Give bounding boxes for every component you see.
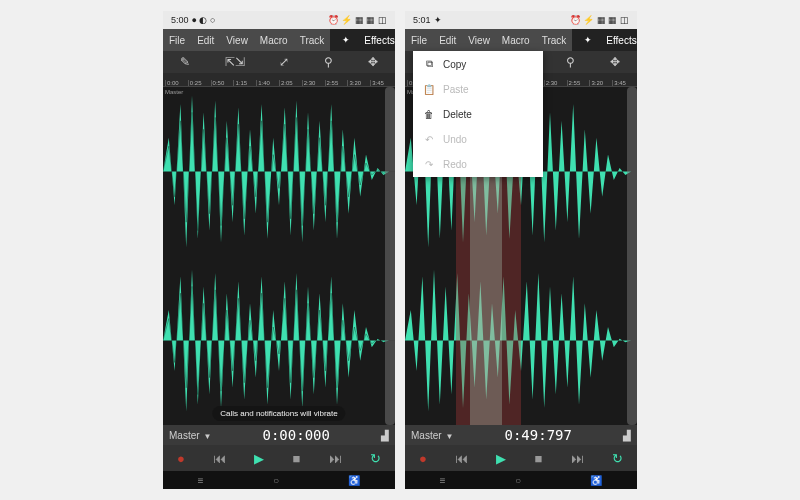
redo-icon: ↷ <box>423 159 435 170</box>
stop-button[interactable]: ■ <box>293 451 301 466</box>
menu-file[interactable]: File <box>405 35 433 46</box>
move-icon[interactable]: ✥ <box>360 55 386 69</box>
menu-effects[interactable]: ✦Effects <box>330 29 395 51</box>
waveform-channel-bottom <box>163 256 395 425</box>
phone-left: 5:00 ● ◐ ○ ⏰ ⚡ ▦ ▦ ◫ File Edit View Macr… <box>163 11 395 489</box>
histogram-icon[interactable]: ▟ <box>623 430 631 441</box>
loop-button[interactable]: ↻ <box>370 451 381 466</box>
loop-button[interactable]: ↻ <box>612 451 623 466</box>
android-nav-bar: ≡ ○ ♿ <box>163 471 395 489</box>
next-button[interactable]: ⏭ <box>571 451 584 466</box>
nav-home-icon[interactable]: ○ <box>273 475 279 486</box>
menu-bar: File Edit View Macro Track ✦Effects <box>163 29 395 51</box>
menu-file[interactable]: File <box>163 35 191 46</box>
context-delete[interactable]: 🗑Delete <box>413 102 543 127</box>
zoom-out-icon[interactable]: ⤢ <box>271 55 297 69</box>
status-bar: 5:01 ✦ ⏰ ⚡ ▦ ▦ ◫ <box>405 11 637 29</box>
status-bar: 5:00 ● ◐ ○ ⏰ ⚡ ▦ ▦ ◫ <box>163 11 395 29</box>
track-selector[interactable]: Master▼ <box>411 430 453 441</box>
track-label: Master <box>165 89 183 95</box>
zoom-icon[interactable]: ⚲ <box>316 55 341 69</box>
move-icon[interactable]: ✥ <box>602 55 628 69</box>
nav-back-icon[interactable]: ≡ <box>198 475 204 486</box>
vertical-scrollbar[interactable] <box>385 87 395 425</box>
vertical-scrollbar[interactable] <box>627 87 637 425</box>
prev-button[interactable]: ⏮ <box>213 451 226 466</box>
menu-track[interactable]: Track <box>294 35 331 46</box>
status-time: 5:01 <box>413 15 431 25</box>
bottom-info-bar: Master▼ 0:49:797 ▟ <box>405 425 637 445</box>
context-copy[interactable]: ⧉Copy <box>413 51 543 77</box>
status-icons-left: ● ◐ ○ <box>192 15 216 25</box>
record-button[interactable]: ● <box>177 451 185 466</box>
context-paste[interactable]: 📋Paste <box>413 77 543 102</box>
copy-icon: ⧉ <box>423 58 435 70</box>
vibrate-toast: Calls and notifications will vibrate <box>212 406 345 421</box>
status-icons-left: ✦ <box>434 15 442 25</box>
menu-bar: File Edit View Macro Track ✦Effects <box>405 29 637 51</box>
play-button[interactable]: ▶ <box>496 451 506 466</box>
bottom-info-bar: Master▼ 0:00:000 ▟ <box>163 425 395 445</box>
stop-button[interactable]: ■ <box>535 451 543 466</box>
pencil-icon[interactable]: ✎ <box>172 55 198 69</box>
waveform-channel-top <box>163 87 395 256</box>
play-button[interactable]: ▶ <box>254 451 264 466</box>
wand-icon: ✦ <box>336 35 356 45</box>
status-time: 5:00 <box>171 15 189 25</box>
nav-home-icon[interactable]: ○ <box>515 475 521 486</box>
undo-icon: ↶ <box>423 134 435 145</box>
nav-recent-icon[interactable]: ♿ <box>590 475 602 486</box>
context-undo[interactable]: ↶Undo <box>413 127 543 152</box>
tool-row: ✎ ⇱⇲ ⤢ ⚲ ✥ <box>163 51 395 73</box>
nav-back-icon[interactable]: ≡ <box>440 475 446 486</box>
histogram-icon[interactable]: ▟ <box>381 430 389 441</box>
transport-bar: ● ⏮ ▶ ■ ⏭ ↻ <box>405 445 637 471</box>
chevron-down-icon: ▼ <box>446 432 454 441</box>
track-selector[interactable]: Master▼ <box>169 430 211 441</box>
edit-context-menu: ⧉Copy 📋Paste 🗑Delete ↶Undo ↷Redo <box>413 51 543 177</box>
waveform-channel-bottom <box>405 256 637 425</box>
zoom-icon[interactable]: ⚲ <box>558 55 583 69</box>
menu-track[interactable]: Track <box>536 35 573 46</box>
menu-macro[interactable]: Macro <box>254 35 294 46</box>
paste-icon: 📋 <box>423 84 435 95</box>
prev-button[interactable]: ⏮ <box>455 451 468 466</box>
status-icons-right: ⏰ ⚡ ▦ ▦ ◫ <box>570 15 629 25</box>
context-redo[interactable]: ↷Redo <box>413 152 543 177</box>
waveform-area[interactable]: Master Ca <box>163 87 395 425</box>
record-button[interactable]: ● <box>419 451 427 466</box>
time-ruler[interactable]: 0:000:250:501:151:402:052:302:553:203:45 <box>163 73 395 87</box>
menu-view[interactable]: View <box>462 35 496 46</box>
android-nav-bar: ≡ ○ ♿ <box>405 471 637 489</box>
nav-recent-icon[interactable]: ♿ <box>348 475 360 486</box>
menu-view[interactable]: View <box>220 35 254 46</box>
menu-effects[interactable]: ✦Effects <box>572 29 637 51</box>
transport-bar: ● ⏮ ▶ ■ ⏭ ↻ <box>163 445 395 471</box>
phone-right: 5:01 ✦ ⏰ ⚡ ▦ ▦ ◫ File Edit View Macro Tr… <box>405 11 637 489</box>
wand-icon: ✦ <box>578 35 598 45</box>
delete-icon: 🗑 <box>423 109 435 120</box>
menu-macro[interactable]: Macro <box>496 35 536 46</box>
chevron-down-icon: ▼ <box>204 432 212 441</box>
timecode-display: 0:49:797 <box>505 427 572 443</box>
status-icons-right: ⏰ ⚡ ▦ ▦ ◫ <box>328 15 387 25</box>
menu-edit[interactable]: Edit <box>433 35 462 46</box>
menu-edit[interactable]: Edit <box>191 35 220 46</box>
timecode-display: 0:00:000 <box>263 427 330 443</box>
next-button[interactable]: ⏭ <box>329 451 342 466</box>
crop-icon[interactable]: ⇱⇲ <box>217 55 253 69</box>
